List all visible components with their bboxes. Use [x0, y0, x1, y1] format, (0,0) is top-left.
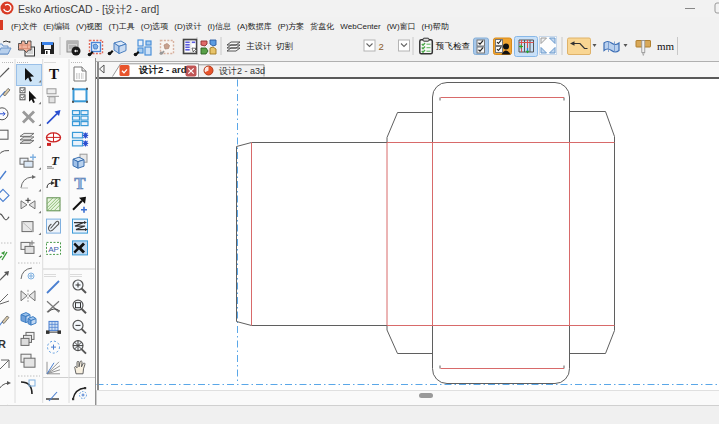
svg-text:T: T: [49, 66, 59, 82]
svg-text:R: R: [0, 338, 6, 350]
svg-text:T: T: [74, 174, 86, 193]
svg-text:T: T: [51, 153, 60, 168]
svg-text:AP: AP: [48, 245, 59, 254]
